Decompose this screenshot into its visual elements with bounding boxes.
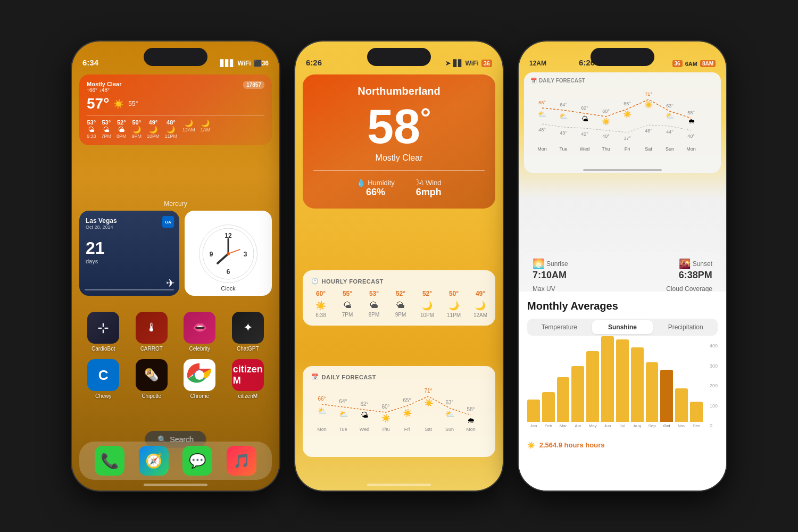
app-chatgpt[interactable]: ✦ ChatGPT [229, 312, 267, 352]
app-citizenm[interactable]: citizenM citizenM [229, 359, 267, 399]
status-icons-3: 36 6AM 8AM [672, 60, 716, 67]
svg-text:60°: 60° [602, 109, 610, 114]
sunset-time: 6:38PM [679, 270, 712, 281]
svg-text:⛅: ⛅ [339, 410, 348, 419]
svg-text:Sat: Sat [645, 146, 652, 152]
app-celebrity[interactable]: 👄 Celebrity [180, 312, 219, 352]
daily-section-p2: 📅 DAILY FORECAST 66° 64° 62° 60° 65° 71°… [303, 366, 495, 457]
svg-text:☀️: ☀️ [644, 100, 653, 109]
h-3: 52°🌥9PM [391, 290, 410, 318]
fc-7: 🌙1AM [201, 119, 211, 139]
svg-text:Wed: Wed [580, 146, 589, 152]
sunset-icon: 🌇 [679, 258, 691, 270]
dock-messages[interactable]: 💬 [182, 446, 212, 476]
bar-sep: Sep [646, 362, 659, 428]
hourly-forecast: 60°☀️6:38 55°🌤7PM 53°🌥8PM 52°🌥9PM 52°🌙10… [311, 290, 487, 318]
hourly-title: 🕐 HOURLY FORECAST [311, 278, 487, 285]
app-chrome[interactable]: Chrome [180, 359, 219, 399]
svg-text:37°: 37° [624, 136, 631, 141]
app-cardiobot[interactable]: ⊹ CardioBot [84, 312, 122, 352]
h-2: 53°🌥8PM [364, 290, 384, 318]
svg-text:🌤: 🌤 [581, 115, 588, 123]
home-indicator-3 [591, 484, 654, 486]
app-carrot[interactable]: 🌡 CARROT [132, 312, 171, 352]
tab-temperature[interactable]: Temperature [529, 320, 590, 334]
app-icon-chewy: C [87, 359, 119, 391]
app-chewy[interactable]: C Chewy [84, 359, 122, 399]
wifi-icon: WiFi [237, 60, 251, 67]
app-label-chewy: Chewy [95, 393, 112, 399]
bar-oct: Oct [660, 370, 673, 428]
svg-text:Mon: Mon [686, 146, 696, 152]
weather-main-temp: 57° [87, 95, 109, 112]
svg-text:☀️: ☀️ [623, 110, 632, 119]
phone-3: 12AM 6:26 2AM 36 6AM 8AM 📅 DAILY FORECAS… [519, 41, 726, 491]
nav-icon: ➤ [445, 60, 451, 67]
weather-badge: 17857 [243, 81, 264, 89]
weather-sub-temp: 55° [128, 100, 138, 107]
svg-text:40°: 40° [687, 134, 695, 139]
wind-val: 6mph [416, 187, 442, 198]
tab-precipitation[interactable]: Precipitation [655, 320, 716, 334]
home-indicator-2 [367, 484, 431, 486]
svg-text:⛅: ⛅ [445, 410, 455, 419]
app-chipotle[interactable]: 🌯 Chipotle [132, 359, 171, 399]
svg-text:65°: 65° [624, 101, 631, 106]
monthly-section: Monthly Averages Temperature Sunshine Pr… [519, 292, 726, 491]
app-label-chipotle: Chipotle [142, 393, 161, 399]
cal-icon: 📅 [311, 373, 319, 380]
svg-text:42°: 42° [581, 131, 588, 137]
svg-text:Mon: Mon [317, 427, 327, 432]
monthly-tabs: Temperature Sunshine Precipitation [527, 319, 718, 336]
battery-2-icon: 36 [481, 60, 492, 67]
weather-title: Mostly Clear [87, 81, 121, 87]
battery-3b-icon: 8AM [700, 60, 716, 67]
h-6: 49°🌙12AM [471, 290, 487, 318]
weather-hi-lo: ↑66° ↓48° [87, 87, 121, 93]
app-icon-chipotle: 🌯 [136, 359, 168, 391]
svg-text:Mon: Mon [466, 427, 476, 432]
svg-text:⛅: ⛅ [559, 112, 568, 121]
ua-logo: UA [162, 216, 174, 228]
wifi-2-icon: WiFi [466, 60, 479, 67]
svg-text:71°: 71° [424, 388, 432, 394]
svg-text:63°: 63° [445, 400, 453, 405]
sunset-item: 🌇 Sunset 6:38PM [679, 258, 712, 281]
svg-text:Thu: Thu [602, 146, 610, 152]
dock-phone[interactable]: 📞 [95, 446, 124, 476]
svg-text:⛅: ⛅ [666, 111, 675, 120]
app-label-carrot: CARROT [140, 346, 163, 352]
weather-city: Northumberland [313, 85, 485, 97]
weather-forecast-row: 53°🌤6:38 53°🌤7PM 52°🌥8PM 50°🌙9PM 49°🌙10P… [87, 119, 264, 139]
signal-2-icon: ▋▋ [453, 60, 463, 67]
svg-text:60°: 60° [381, 404, 389, 410]
widget-united[interactable]: UA Las Vegas Oct 28, 2024 21 days ✈ [79, 211, 179, 296]
svg-text:Sun: Sun [666, 146, 674, 152]
dock-safari[interactable]: 🧭 [139, 446, 169, 476]
app-icon-cardiobot: ⊹ [87, 312, 119, 344]
svg-text:58°: 58° [687, 110, 695, 115]
fc-6: 🌙12AM [182, 119, 195, 139]
bar-apr: Apr [571, 366, 584, 428]
tab-sunshine[interactable]: Sunshine [592, 320, 653, 334]
clock-icon: 🕐 [311, 278, 319, 285]
fc-2: 52°🌥8PM [117, 119, 127, 139]
app-label-celebrity: Celebrity [189, 346, 210, 352]
app-icon-celebrity: 👄 [184, 312, 215, 344]
svg-text:Sun: Sun [445, 427, 454, 432]
weather-main-card: Northumberland 58° Mostly Clear 💧Humidit… [303, 74, 495, 209]
svg-text:3: 3 [244, 251, 247, 258]
svg-text:64°: 64° [560, 102, 567, 107]
status-time-3: 12AM [529, 60, 546, 67]
monthly-title: Monthly Averages [527, 300, 718, 312]
widget-clock[interactable]: 12 3 6 9 Clock [185, 211, 272, 296]
app-icon-chrome [184, 359, 215, 391]
svg-text:⛅: ⛅ [538, 110, 547, 119]
dock-music[interactable]: 🎵 [227, 446, 256, 476]
svg-text:Sat: Sat [425, 427, 432, 432]
weather-widget[interactable]: Mostly Clear ↑66° ↓48° 17857 57° ☀️ 55° … [79, 74, 272, 145]
svg-text:46°: 46° [645, 128, 652, 134]
svg-text:Fri: Fri [404, 427, 410, 432]
svg-text:Thu: Thu [381, 427, 390, 432]
dock: 📞 🧭 💬 🎵 [79, 442, 272, 480]
